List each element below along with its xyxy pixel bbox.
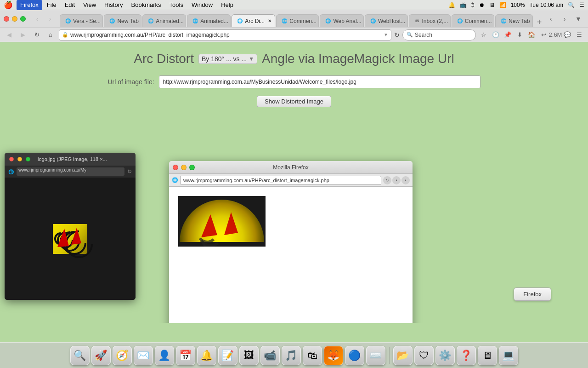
- list-icon[interactable]: ☰: [579, 2, 584, 8]
- dock-vnc[interactable]: 🖥: [478, 346, 497, 365]
- urlbar-reload[interactable]: ↻: [31, 29, 42, 40]
- angle-dropdown[interactable]: By 180° ... vs ... ▼: [198, 54, 257, 64]
- screen-icon[interactable]: 🖥: [489, 2, 495, 8]
- dock-safari[interactable]: 🧭: [113, 346, 132, 365]
- dock-appstore[interactable]: 🛍: [303, 346, 322, 365]
- dock-finder[interactable]: 🔍: [70, 346, 90, 365]
- title-angle: Angle via ImageMagick Image Url: [262, 52, 454, 66]
- tabs-menu[interactable]: ▼: [572, 14, 584, 24]
- inner-url-field[interactable]: www.rjmprogramming.com.au/PHP/arc_distor…: [180, 176, 381, 185]
- url-reload-btn[interactable]: ↻: [394, 31, 400, 39]
- inner-more-btn[interactable]: •: [401, 176, 410, 184]
- menubar-view[interactable]: View: [79, 0, 100, 10]
- menubar-help[interactable]: Help: [217, 0, 237, 10]
- inner-tl-close[interactable]: [173, 165, 178, 170]
- dock-contacts[interactable]: 👤: [155, 346, 174, 365]
- wifi-icon[interactable]: 📶: [499, 2, 506, 8]
- dock-calendar[interactable]: 📅: [176, 346, 195, 365]
- back-button[interactable]: ‹: [31, 14, 43, 24]
- bookmark-icon[interactable]: ☆: [479, 30, 489, 40]
- dock-launchpad[interactable]: 🚀: [91, 346, 111, 365]
- dock-help[interactable]: ❓: [457, 346, 476, 365]
- url-input-label: Url of image file:: [107, 78, 154, 86]
- add-tab-button[interactable]: +: [534, 17, 545, 27]
- preview-tl-close[interactable]: [9, 157, 14, 161]
- pwaback-icon[interactable]: ↩: [538, 30, 548, 40]
- dock-music[interactable]: 🎵: [282, 346, 301, 365]
- inner-reload-btn[interactable]: ↻: [383, 176, 391, 184]
- url-dropdown-arrow[interactable]: ▼: [384, 32, 388, 37]
- dock-mail[interactable]: ✉️: [134, 346, 153, 365]
- urlbar[interactable]: 🔒 www.rjmprogramming.com.au/PHP/arc_dist…: [59, 29, 391, 40]
- search-menu-icon[interactable]: 🔍: [568, 2, 575, 8]
- menubar-bookmarks[interactable]: Bookmarks: [128, 0, 165, 10]
- img-preview-url[interactable]: www.rjmprogramming.com.au/My|: [17, 167, 124, 176]
- dock-reminders[interactable]: 🔔: [197, 346, 216, 365]
- tab-newtab1[interactable]: 🌐 New Tab: [104, 14, 141, 27]
- tabs-scroll-right[interactable]: ›: [559, 14, 571, 24]
- record-icon[interactable]: ⏺: [479, 2, 485, 8]
- url-input-field[interactable]: [159, 75, 481, 88]
- tab-arc-distort[interactable]: 🌐 Arc Di... ✕: [232, 14, 275, 27]
- tabs-scroll-left[interactable]: ‹: [545, 14, 557, 24]
- dock-facetime[interactable]: 📹: [260, 346, 280, 365]
- tab-inbox[interactable]: ✉ Inbox (2,...: [409, 14, 451, 27]
- tab-favicon-inbox: ✉: [414, 18, 420, 24]
- tab-newtab2[interactable]: 🌐 New Tab: [495, 14, 533, 27]
- close-traffic-light[interactable]: [4, 16, 9, 22]
- tab-webhost[interactable]: 🌐 WebHost...: [365, 14, 408, 27]
- menubar-tools[interactable]: Tools: [166, 0, 187, 10]
- tab-animated2[interactable]: 🌐 Animated...: [187, 14, 231, 27]
- search-bar[interactable]: 🔍 Search: [402, 29, 476, 40]
- maximize-traffic-light[interactable]: [20, 16, 26, 22]
- dock-antivirus[interactable]: 🛡: [414, 346, 434, 365]
- notification-icon[interactable]: 🔔: [448, 2, 455, 8]
- urlbar-back[interactable]: ◀: [4, 29, 15, 40]
- tab-animated1[interactable]: 🌐 Animated...: [142, 14, 186, 27]
- menu-icon[interactable]: ☰: [574, 30, 584, 40]
- show-distorted-button[interactable]: Show Distorted Image: [257, 96, 331, 107]
- urlbar-forward[interactable]: ▶: [17, 29, 28, 40]
- menubar-firefox[interactable]: Firefox: [17, 0, 42, 10]
- download-icon[interactable]: ⬇: [514, 30, 525, 40]
- bitcoin-icon[interactable]: ₿: [471, 2, 475, 8]
- pocket-icon[interactable]: 📌: [503, 30, 513, 40]
- menubar-window[interactable]: Window: [188, 0, 216, 10]
- dock-parallels[interactable]: 💻: [499, 346, 518, 365]
- tab-close-arc[interactable]: ✕: [266, 18, 273, 24]
- dock-photos[interactable]: 🖼: [239, 346, 259, 365]
- chat-icon[interactable]: 💬: [562, 30, 572, 40]
- firefox-overlay-button[interactable]: Firefox: [514, 288, 551, 301]
- dock-chrome[interactable]: 🔵: [345, 346, 364, 365]
- small-distorted-image: [44, 219, 96, 259]
- menubar-history[interactable]: History: [101, 0, 126, 10]
- forward-button[interactable]: ›: [44, 14, 56, 24]
- tab-comments2[interactable]: 🌐 Commen...: [452, 14, 494, 27]
- inner-menu-dots[interactable]: •: [392, 176, 401, 184]
- preview-tl-max[interactable]: [26, 157, 30, 161]
- apple-icon[interactable]: 🍎: [4, 0, 13, 9]
- tab-favicon-newtab2: 🌐: [500, 18, 507, 24]
- history-icon[interactable]: 🕐: [491, 30, 501, 40]
- dock-firefox[interactable]: 🦊: [324, 346, 343, 365]
- tab-analytics[interactable]: 🌐 Web Anal...: [320, 14, 363, 27]
- minimize-traffic-light[interactable]: [12, 16, 17, 22]
- menubar-file[interactable]: File: [43, 0, 60, 10]
- urlbar-home[interactable]: ⌂: [45, 29, 56, 40]
- tab-favicon-animated2: 🌐: [192, 18, 198, 24]
- tab-comments1[interactable]: 🌐 Commen...: [276, 14, 319, 27]
- tab-vera[interactable]: 🌐 Vera - Se...: [60, 14, 103, 27]
- img-preview-title: logo.jpg (JPEG Image, 118 ×...: [38, 156, 107, 162]
- dock-notes[interactable]: 📝: [218, 346, 237, 365]
- inner-tl-min[interactable]: [181, 165, 187, 170]
- dropdown-arrow-icon: ▼: [249, 56, 254, 62]
- cast-icon[interactable]: 📺: [460, 2, 467, 8]
- dock-preferences[interactable]: ⚙️: [435, 346, 455, 365]
- home-icon[interactable]: 🏠: [526, 30, 537, 40]
- dock-filezilla[interactable]: 📂: [393, 346, 413, 365]
- preview-tl-min[interactable]: [17, 157, 22, 161]
- inner-tl-max[interactable]: [189, 165, 195, 170]
- menubar-edit[interactable]: Edit: [61, 0, 79, 10]
- img-preview-refresh[interactable]: ↻: [127, 168, 132, 175]
- dock-terminal[interactable]: ⌨️: [366, 346, 385, 365]
